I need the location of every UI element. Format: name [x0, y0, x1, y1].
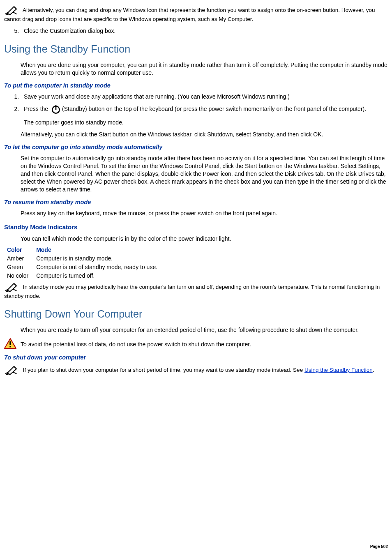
standby-step-2: Press the (Standby) button on the top of…: [21, 104, 388, 127]
step-5: Close the Customization dialog box.: [21, 27, 388, 35]
col-mode: Mode: [36, 246, 165, 254]
pen-icon: [4, 365, 20, 375]
caution-icon: [4, 338, 16, 349]
heading-using-standby: Using the Standby Function: [4, 42, 388, 56]
standby-auto-body: Set the computer to automatically go int…: [21, 154, 388, 193]
heading-to-shut-down: To shut down your computer: [4, 354, 388, 362]
pen-icon: [4, 282, 20, 292]
customization-steps-continued: Close the Customization dialog box.: [16, 27, 388, 35]
resume-standby-body: Press any key on the keyboard, move the …: [21, 210, 388, 217]
table-row: Amber Computer is in standby mode.: [7, 254, 165, 263]
table-row: No color Computer is turned off.: [7, 272, 165, 280]
note-text-b: .: [373, 367, 374, 373]
put-standby-steps: Save your work and close any application…: [16, 93, 388, 127]
caution-block: To avoid the potential loss of data, do …: [4, 338, 388, 349]
heading-standby-indicators: Standby Mode Indicators: [4, 223, 388, 231]
standby-icon: [51, 104, 61, 115]
heading-resume-standby: To resume from standby mode: [4, 198, 388, 207]
table-row: Green Computer is out of standby mode, r…: [7, 263, 165, 272]
note-text-a: If you plan to shut down your computer f…: [23, 367, 304, 373]
heading-standby-auto: To let the computer go into standby mode…: [4, 143, 388, 152]
note-drag-drop: Alternatively, you can drag and drop any…: [4, 5, 388, 23]
heading-put-standby: To put the computer in standby mode: [4, 82, 388, 90]
pen-icon: [4, 5, 20, 16]
note-text: In standby mode you may periodically hea…: [4, 284, 380, 299]
table-header-row: Color Mode: [7, 246, 165, 254]
note-text: Alternatively, you can drag and drop any…: [4, 7, 375, 22]
col-color: Color: [7, 246, 36, 254]
standby-result: The computer goes into standby mode.: [24, 119, 388, 127]
mode-indicator-table: Color Mode Amber Computer is in standby …: [7, 246, 165, 280]
shutdown-intro: When you are ready to turn off your comp…: [21, 326, 388, 334]
caution-text: To avoid the potential loss of data, do …: [21, 338, 251, 348]
standby-alternative: Alternatively, you can click the Start b…: [21, 131, 388, 138]
link-using-standby[interactable]: Using the Standby Function: [304, 367, 373, 373]
note-short-shutdown: If you plan to shut down your computer f…: [4, 365, 388, 375]
standby-step-1: Save your work and close any application…: [21, 93, 388, 101]
heading-shutting-down: Shutting Down Your Computer: [4, 307, 388, 321]
note-fan: In standby mode you may periodically hea…: [4, 282, 388, 300]
indicators-intro: You can tell which mode the computer is …: [21, 235, 388, 243]
standby-intro: When you are done using your computer, y…: [21, 61, 388, 77]
